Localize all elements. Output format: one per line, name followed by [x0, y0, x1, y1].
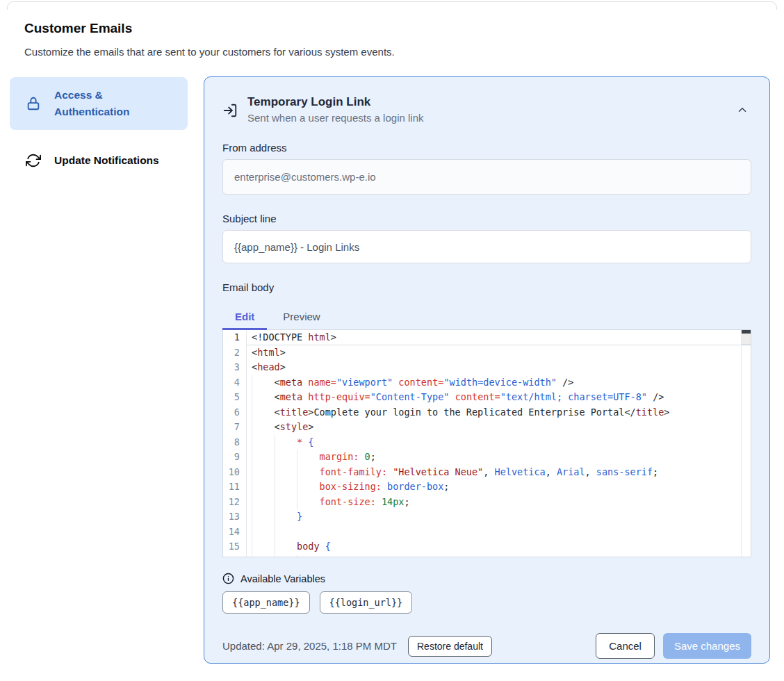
code-line[interactable]: 12font-size: 14px;	[223, 495, 751, 510]
editor-scrollbar[interactable]	[741, 330, 751, 557]
sidebar-item-label: Update Notifications	[54, 154, 159, 167]
variable-chip-app-name[interactable]: {{app_name}}	[222, 591, 310, 614]
page-description: Customize the emails that are sent to yo…	[24, 46, 395, 58]
code-line[interactable]: 8* {	[223, 435, 751, 450]
refresh-icon	[25, 152, 42, 169]
email-template-panel: Temporary Login Link Sent when a user re…	[204, 76, 770, 664]
tab-edit[interactable]: Edit	[222, 304, 267, 330]
code-lines: 1<!DOCTYPE html>2<html>3<head>4<meta nam…	[223, 330, 751, 557]
save-changes-button[interactable]: Save changes	[663, 633, 751, 659]
collapse-button[interactable]	[733, 101, 751, 119]
panel-subtitle: Sent when a user requests a login link	[247, 112, 724, 124]
code-line[interactable]: 15body {	[223, 539, 751, 555]
code-line[interactable]: 5<meta http-equiv="Content-Type" content…	[223, 390, 751, 405]
code-line[interactable]: 2<html>	[223, 345, 751, 361]
sidebar-item-access-authentication[interactable]: Access & Authentication	[10, 77, 188, 130]
code-line[interactable]: 1<!DOCTYPE html>	[223, 330, 751, 345]
panel-title: Temporary Login Link	[247, 95, 724, 109]
variable-chips: {{app_name}} {{login_url}}	[222, 591, 751, 614]
subject-line-input[interactable]	[222, 230, 751, 263]
code-line[interactable]: 16background-color: #f8f8fb;	[223, 555, 751, 558]
variable-chip-login-url[interactable]: {{login_url}}	[320, 591, 413, 614]
code-line[interactable]: 10font-family: "Helvetica Neue", Helveti…	[223, 465, 751, 480]
sidebar-item-label: Access & Authentication	[54, 87, 139, 120]
login-icon	[222, 103, 238, 118]
from-address-label: From address	[222, 142, 751, 154]
lock-icon	[25, 95, 42, 112]
from-address-input[interactable]	[222, 159, 751, 195]
code-line[interactable]: 13}	[223, 509, 751, 525]
available-variables-header: Available Variables	[222, 573, 751, 584]
code-line[interactable]: 3<head>	[223, 360, 751, 375]
email-body-tabbar: Edit Preview	[222, 304, 751, 330]
sidebar-item-update-notifications[interactable]: Update Notifications	[10, 142, 188, 179]
updated-timestamp: Updated: Apr 29, 2025, 1:18 PM MDT	[222, 640, 397, 652]
code-line[interactable]: 6<title>Complete your login to the Repli…	[223, 405, 751, 420]
available-variables-label: Available Variables	[240, 573, 325, 584]
code-line[interactable]: 11box-sizing: border-box;	[223, 479, 751, 495]
subject-line-label: Subject line	[222, 213, 751, 224]
restore-default-button[interactable]: Restore default	[408, 636, 492, 657]
card-top-edge	[7, 1, 777, 10]
tab-preview[interactable]: Preview	[270, 304, 332, 330]
panel-footer: Updated: Apr 29, 2025, 1:18 PM MDT Resto…	[222, 633, 751, 659]
sidebar: Access & Authentication Update Notificat…	[10, 77, 188, 179]
cancel-button[interactable]: Cancel	[596, 633, 655, 659]
email-body-label: Email body	[222, 281, 751, 293]
code-editor[interactable]: 1<!DOCTYPE html>2<html>3<head>4<meta nam…	[222, 330, 751, 557]
page-title: Customer Emails	[24, 21, 132, 36]
info-icon	[222, 573, 234, 584]
chevron-up-icon	[736, 104, 749, 116]
panel-header: Temporary Login Link Sent when a user re…	[222, 95, 751, 124]
code-line[interactable]: 4<meta name="viewport" content="width=de…	[223, 375, 751, 391]
code-line[interactable]: 14	[223, 525, 751, 540]
code-line[interactable]: 7<style>	[223, 420, 751, 435]
code-line[interactable]: 9margin: 0;	[223, 450, 751, 465]
scrollbar-thumb[interactable]	[742, 330, 751, 334]
